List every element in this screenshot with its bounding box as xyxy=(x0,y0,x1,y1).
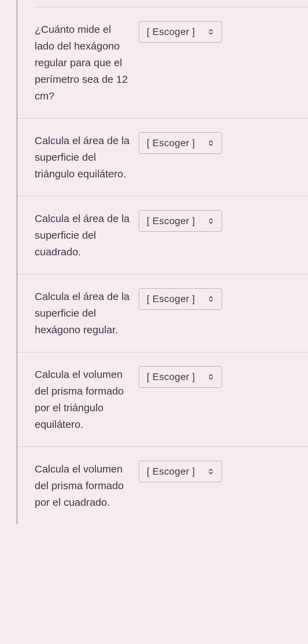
select-wrapper: [ Escoger ] xyxy=(139,366,222,388)
select-label: [ Escoger ] xyxy=(147,466,195,477)
answer-select[interactable]: [ Escoger ] xyxy=(139,288,222,310)
chevron-up-down-icon xyxy=(208,468,214,475)
answer-select[interactable]: [ Escoger ] xyxy=(139,21,222,43)
select-wrapper: [ Escoger ] xyxy=(139,461,222,482)
chevron-up-down-icon xyxy=(208,29,214,35)
question-text: ¿Cuánto mide el lado del hexágono regula… xyxy=(35,21,132,104)
question-row: Calcula el volumen del prisma formado po… xyxy=(17,447,308,524)
select-label: [ Escoger ] xyxy=(147,293,195,305)
question-text: Calcula el área de la superficie del tri… xyxy=(35,132,132,182)
answer-select[interactable]: [ Escoger ] xyxy=(139,210,222,232)
select-wrapper: [ Escoger ] xyxy=(139,21,222,43)
select-wrapper: [ Escoger ] xyxy=(139,210,222,232)
question-row: Calcula el área de la superficie del tri… xyxy=(17,118,308,196)
question-row: Calcula el área de la superficie del hex… xyxy=(17,274,308,352)
chevron-up-down-icon xyxy=(208,374,214,380)
select-wrapper: [ Escoger ] xyxy=(139,288,222,310)
question-text: Calcula el volumen del prisma formado po… xyxy=(35,461,132,511)
answer-select[interactable]: [ Escoger ] xyxy=(139,366,222,388)
select-wrapper: [ Escoger ] xyxy=(139,132,222,154)
question-text: Calcula el área de la superficie del hex… xyxy=(35,288,132,338)
select-label: [ Escoger ] xyxy=(147,371,195,382)
question-text: Calcula el volumen del prisma formado po… xyxy=(35,366,132,433)
chevron-up-down-icon xyxy=(208,218,214,224)
question-row: Calcula el área de la superficie del cua… xyxy=(17,196,308,274)
answer-select[interactable]: [ Escoger ] xyxy=(139,132,222,154)
question-row: Calcula el volumen del prisma formado po… xyxy=(17,352,308,447)
select-label: [ Escoger ] xyxy=(147,215,195,227)
chevron-up-down-icon xyxy=(208,140,214,146)
question-row: ¿Cuánto mide el lado del hexágono regula… xyxy=(17,7,308,118)
select-label: [ Escoger ] xyxy=(147,26,195,37)
answer-select[interactable]: [ Escoger ] xyxy=(139,461,222,482)
question-list: ¿Cuánto mide el lado del hexágono regula… xyxy=(17,0,308,524)
chevron-up-down-icon xyxy=(208,296,214,302)
question-text: Calcula el área de la superficie del cua… xyxy=(35,210,132,260)
select-label: [ Escoger ] xyxy=(147,138,195,149)
